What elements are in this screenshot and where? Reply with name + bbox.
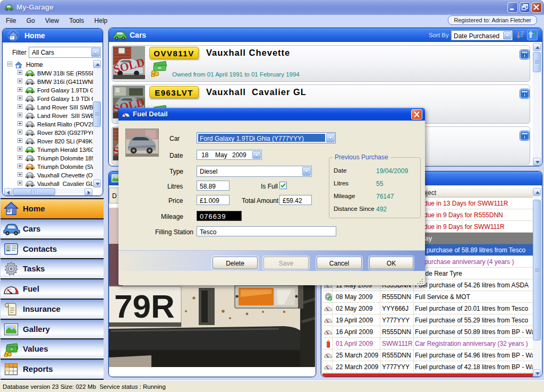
price-input[interactable]: £1.009 <box>197 195 230 205</box>
menu-tools[interactable]: Tools <box>65 15 88 27</box>
cars-scroll-down-icon[interactable] <box>533 158 541 166</box>
close-button[interactable] <box>531 2 542 13</box>
event-row[interactable]: 16 April 2009 R555DNN Fuel purchase of 5… <box>322 326 533 338</box>
tree-scroll-right-icon[interactable] <box>84 188 92 196</box>
expand-icon[interactable] <box>18 79 22 83</box>
cars-scroll-thumb[interactable] <box>533 52 541 72</box>
tree-item[interactable]: Triumph Dolomite (SWW111R) <box>4 162 95 171</box>
car-info-button[interactable]: i <box>520 131 530 141</box>
tree-hscroll-thumb[interactable] <box>13 188 55 195</box>
filter-dropdown-arrow-icon[interactable] <box>91 48 100 57</box>
expand-icon[interactable] <box>18 121 22 126</box>
tree-item[interactable]: Land Rover SIII SWB (SWW111R) <box>4 103 95 111</box>
event-row[interactable]: 19 April 2009 Y777YYY Fuel purchase of 5… <box>322 314 533 326</box>
minimize-button[interactable] <box>507 2 518 13</box>
events-vertical-scrollbar[interactable] <box>533 188 541 377</box>
expand-icon[interactable] <box>18 130 22 134</box>
events-scroll-down-icon[interactable] <box>533 369 541 377</box>
expand-icon[interactable] <box>18 172 22 177</box>
car-dropdown[interactable]: Ford Galaxy 1.9TDi Ghia (Y777YYY) <box>197 132 336 143</box>
expand-icon[interactable] <box>18 104 22 109</box>
nav-button-cars[interactable]: Cars <box>1 218 104 238</box>
isfull-checkbox[interactable] <box>279 182 287 189</box>
event-row[interactable]: 01 April 2009 SWW111R Car Registration a… <box>322 338 533 350</box>
expand-icon[interactable] <box>18 87 22 92</box>
collapse-icon[interactable] <box>7 62 12 66</box>
event-row[interactable]: 08 May 2009 R555DNN Full Service & MOT <box>322 291 533 303</box>
nav-button-reports[interactable]: Reports <box>1 359 104 379</box>
tree-item[interactable]: Triumph Herald 13/60 <box>4 145 95 154</box>
tree-item[interactable]: Rover 820i (G927PYC) <box>4 128 95 137</box>
delete-button[interactable]: Delete <box>212 257 258 269</box>
nav-button-contacts[interactable]: Contacts <box>1 238 104 259</box>
tree-item[interactable]: BMW 316i (G411WNR) <box>4 77 95 86</box>
total-amount-input[interactable]: £59.42 <box>279 195 312 205</box>
menu-file[interactable]: File <box>2 15 20 27</box>
expand-icon[interactable] <box>18 181 22 185</box>
car-dropdown-arrow-icon[interactable] <box>326 133 335 142</box>
tree-vertical-scrollbar[interactable] <box>93 60 101 188</box>
filter-dropdown[interactable]: All Cars <box>29 47 101 58</box>
cancel-button[interactable]: Cancel <box>317 257 362 269</box>
date-dropdown-arrow-icon[interactable] <box>252 151 261 159</box>
expand-icon[interactable] <box>18 113 22 117</box>
sort-dropdown-arrow-icon[interactable] <box>503 31 512 39</box>
car-info-button[interactable]: i <box>520 89 530 99</box>
nav-button-fuel[interactable]: Fuel <box>1 278 104 299</box>
cars-scroll-up-icon[interactable] <box>533 43 541 51</box>
car-info-button[interactable]: i <box>520 49 530 59</box>
tree-scroll-left-icon[interactable] <box>4 188 12 196</box>
nav-button-insurance[interactable]: Insurance <box>1 299 104 319</box>
expand-icon[interactable] <box>18 70 22 75</box>
tree-item[interactable]: Land Rover SIII SWB (SWW111R) <box>4 111 95 120</box>
tree-item[interactable]: Vauxhall Cavalier GL (E963LVT) <box>4 179 95 188</box>
expand-icon[interactable] <box>18 155 22 160</box>
resize-grip[interactable] <box>415 277 423 284</box>
mileage-display[interactable]: 076639 <box>197 211 242 221</box>
sort-descending-button[interactable] <box>515 30 525 40</box>
tree-root-home[interactable]: Home <box>4 60 95 69</box>
expand-icon[interactable] <box>18 164 22 168</box>
expand-icon[interactable] <box>18 96 22 100</box>
menu-view[interactable]: View <box>41 15 63 27</box>
nav-button-tasks[interactable]: Tasks <box>1 258 104 278</box>
overdue-row-partial[interactable] <box>322 373 533 377</box>
sort-ascending-button[interactable] <box>527 30 538 40</box>
restore-button[interactable] <box>520 2 530 13</box>
dialog-close-button[interactable] <box>411 109 422 120</box>
save-button[interactable]: Save <box>264 257 309 269</box>
sort-dropdown[interactable]: Date Purchased <box>451 30 513 40</box>
tree-item[interactable]: Rover 820 SLi (P49KOX) <box>4 137 95 145</box>
filling-station-label: Filling Station <box>155 228 193 236</box>
date-picker[interactable]: 18 May 2009 <box>197 150 262 160</box>
nav-button-home[interactable]: Home <box>1 198 104 218</box>
tree-item[interactable]: Vauxhall Chevette (OVV811V) <box>4 171 95 179</box>
tree-scroll-thumb[interactable] <box>93 101 101 127</box>
expand-icon[interactable] <box>18 147 22 151</box>
menu-help[interactable]: Help <box>90 15 112 27</box>
tree-scroll-up-icon[interactable] <box>93 60 101 68</box>
event-row[interactable]: 25 March 2009 R555DNN Fuel purchase of 5… <box>322 350 533 361</box>
tree-item[interactable]: Ford Galaxy 1.9TDi Ghia (Y777YYY) <box>4 86 95 94</box>
tree-item[interactable]: Triumph Dolomite 1850HL <box>4 154 95 162</box>
nav-button-values[interactable]: Values <box>1 338 104 359</box>
expand-icon[interactable] <box>18 138 22 143</box>
type-dropdown[interactable]: Diesel <box>197 166 312 177</box>
tree-horizontal-scrollbar[interactable] <box>4 188 92 196</box>
litres-input[interactable]: 58.89 <box>197 181 230 191</box>
events-scroll-up-icon[interactable] <box>533 188 541 196</box>
ok-button[interactable]: OK <box>369 257 413 269</box>
type-dropdown-arrow-icon[interactable] <box>302 167 311 176</box>
event-row[interactable]: 02 May 2009 YYY666J Fuel purchase of 20.… <box>322 303 533 314</box>
nav-button-gallery[interactable]: Gallery <box>1 319 104 339</box>
tree-item[interactable]: BMW 318i SE (R555DNN) <box>4 69 95 77</box>
filling-station-input[interactable]: Tesco <box>197 226 336 236</box>
cars-vertical-scrollbar[interactable] <box>533 43 541 166</box>
car-row[interactable]: SOLD OVV811V Vauxhall Chevette Owned fro… <box>112 45 530 82</box>
tree-item[interactable]: Ford Galaxy 1.9 TDi Ghia (Y777YYY) <box>4 94 95 103</box>
menu-go[interactable]: Go <box>22 15 39 27</box>
tree-scroll-down-icon[interactable] <box>93 180 101 188</box>
tree-item[interactable]: Reliant Rialto (POV297Y) <box>4 120 95 128</box>
event-row[interactable]: 22 March 2009 Y777YYY Fuel purchase of 4… <box>322 361 533 373</box>
events-scroll-thumb[interactable] <box>533 200 541 340</box>
